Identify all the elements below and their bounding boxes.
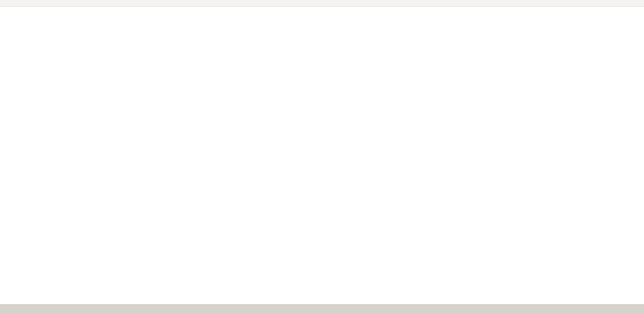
toolbar xyxy=(0,0,644,7)
chart-tab-bar xyxy=(0,304,644,314)
trading-terminal xyxy=(0,0,644,314)
chart-canvas[interactable] xyxy=(0,0,644,314)
